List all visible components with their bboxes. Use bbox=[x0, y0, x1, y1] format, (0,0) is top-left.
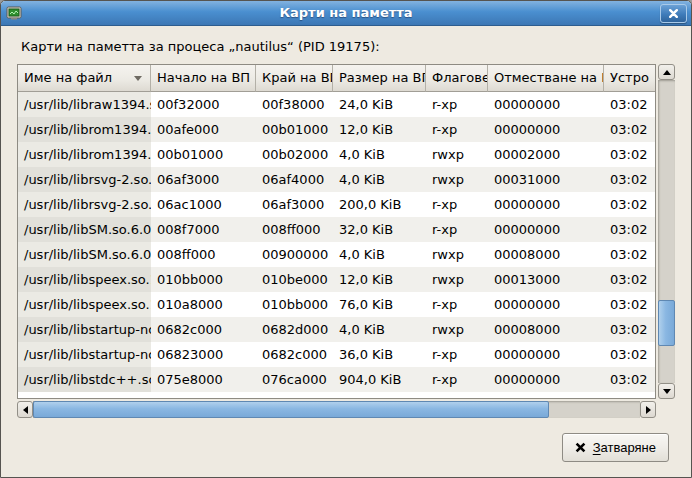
table-row[interactable]: /usr/lib/libstdc++.so.075e8000076ca00090… bbox=[18, 367, 655, 392]
table-cell: 00008000 bbox=[488, 242, 604, 267]
table-row[interactable]: /usr/lib/librom1394.so00b0100000b020004,… bbox=[18, 142, 655, 167]
dialog-content: Карти на паметта за процеса „nautilus“ (… bbox=[1, 39, 691, 462]
column-header-flags[interactable]: Флагове bbox=[426, 65, 488, 92]
table-cell: 03:02 bbox=[604, 367, 655, 392]
vertical-scroll-track[interactable] bbox=[658, 80, 675, 383]
column-header-filename[interactable]: Име на файл bbox=[18, 65, 151, 92]
table-cell: 06ac1000 bbox=[151, 192, 256, 217]
table-cell: 4,0 KiB bbox=[333, 142, 426, 167]
table-cell: 03:02 bbox=[604, 242, 655, 267]
table-cell: 0682c000 bbox=[256, 342, 333, 367]
scroll-left-button[interactable] bbox=[17, 401, 33, 418]
table-cell: rwxp bbox=[426, 267, 488, 292]
table-cell: 12,0 KiB bbox=[333, 117, 426, 142]
table-row[interactable]: /usr/lib/libstartup-not0682c0000682d0004… bbox=[18, 317, 655, 342]
table-cell: 075e8000 bbox=[151, 367, 256, 392]
table-cell: 010a8000 bbox=[151, 292, 256, 317]
table-cell: 00f32000 bbox=[151, 92, 256, 117]
table-cell: 4,0 KiB bbox=[333, 167, 426, 192]
column-header-vm-start[interactable]: Начало на ВП bbox=[151, 65, 256, 92]
table-cell: 00afe000 bbox=[151, 117, 256, 142]
scrollbar-corner bbox=[658, 401, 675, 418]
table-cell: 4,0 KiB bbox=[333, 317, 426, 342]
table-row[interactable]: /usr/lib/libspeex.so.1010a8000010bb00076… bbox=[18, 292, 655, 317]
table-row[interactable]: /usr/lib/libstartup-not068230000682c0003… bbox=[18, 342, 655, 367]
table-cell: r-xp bbox=[426, 92, 488, 117]
arrow-up-icon bbox=[663, 70, 671, 75]
horizontal-scroll-thumb[interactable] bbox=[33, 401, 549, 418]
table-cell: 03:02 bbox=[604, 317, 655, 342]
table-cell: 4,0 KiB bbox=[333, 242, 426, 267]
table-cell: r-xp bbox=[426, 192, 488, 217]
scroll-right-button[interactable] bbox=[640, 401, 656, 418]
table-cell: 00008000 bbox=[488, 317, 604, 342]
table-body: /usr/lib/libraw1394.so00f3200000f3800024… bbox=[18, 92, 655, 392]
table-cell: 24,0 KiB bbox=[333, 92, 426, 117]
table-cell: r-xp bbox=[426, 342, 488, 367]
column-header-device[interactable]: Устро bbox=[604, 65, 655, 92]
table-cell: rwxp bbox=[426, 142, 488, 167]
table-cell: /usr/lib/libstartup-not bbox=[18, 342, 151, 367]
vertical-scrollbar[interactable] bbox=[658, 64, 675, 399]
table-cell: 904,0 KiB bbox=[333, 367, 426, 392]
table-row[interactable]: /usr/lib/librom1394.so00afe00000b0100012… bbox=[18, 117, 655, 142]
table-row[interactable]: /usr/lib/librsvg-2.so.206af300006af40004… bbox=[18, 167, 655, 192]
close-x-icon bbox=[575, 442, 586, 453]
table-cell: 010bb000 bbox=[151, 267, 256, 292]
table-cell: 00000000 bbox=[488, 217, 604, 242]
titlebar[interactable]: Карти на паметта bbox=[1, 1, 691, 26]
table-cell: 76,0 KiB bbox=[333, 292, 426, 317]
table-cell: 00b01000 bbox=[256, 117, 333, 142]
table-row[interactable]: /usr/lib/libraw1394.so00f3200000f3800024… bbox=[18, 92, 655, 117]
vertical-scroll-thumb[interactable] bbox=[658, 300, 675, 346]
table-cell: /usr/lib/libstdc++.so. bbox=[18, 367, 151, 392]
arrow-left-icon bbox=[23, 406, 28, 414]
process-label: Карти на паметта за процеса „nautilus“ (… bbox=[21, 39, 675, 55]
table-cell: 0682d000 bbox=[256, 317, 333, 342]
table-cell: r-xp bbox=[426, 217, 488, 242]
table-cell: 010be000 bbox=[256, 267, 333, 292]
table-cell: rwxp bbox=[426, 317, 488, 342]
table-row[interactable]: /usr/lib/libspeex.so.1010bb000010be00012… bbox=[18, 267, 655, 292]
arrow-down-icon bbox=[663, 389, 671, 394]
column-header-vm-offset[interactable]: Отместване на ВП bbox=[488, 65, 604, 92]
table-cell: /usr/lib/libraw1394.so bbox=[18, 92, 151, 117]
table-cell: 00000000 bbox=[488, 367, 604, 392]
table-cell: 36,0 KiB bbox=[333, 342, 426, 367]
table-row[interactable]: /usr/lib/librsvg-2.so.206ac100006af30002… bbox=[18, 192, 655, 217]
table-cell: 0682c000 bbox=[151, 317, 256, 342]
table-cell: 00000000 bbox=[488, 92, 604, 117]
table-cell: 00f38000 bbox=[256, 92, 333, 117]
horizontal-scrollbar[interactable] bbox=[17, 401, 656, 418]
table-cell: 12,0 KiB bbox=[333, 267, 426, 292]
table-cell: 06823000 bbox=[151, 342, 256, 367]
table-cell: rwxp bbox=[426, 167, 488, 192]
table-cell: 00000000 bbox=[488, 292, 604, 317]
scroll-down-button[interactable] bbox=[658, 383, 675, 399]
table-cell: 200,0 KiB bbox=[333, 192, 426, 217]
table-row[interactable]: /usr/lib/libSM.so.6.0.0008f7000008ff0003… bbox=[18, 217, 655, 242]
table-cell: 00002000 bbox=[488, 142, 604, 167]
table-cell: 00000000 bbox=[488, 192, 604, 217]
column-header-vm-size[interactable]: Размер на ВП bbox=[333, 65, 426, 92]
table-cell: 03:02 bbox=[604, 167, 655, 192]
window-close-button[interactable] bbox=[660, 4, 687, 23]
table-cell: 03:02 bbox=[604, 342, 655, 367]
table-row[interactable]: /usr/lib/libSM.so.6.0.0008ff000009000004… bbox=[18, 242, 655, 267]
action-area: Затваряне bbox=[17, 433, 675, 462]
table-cell: 06af3000 bbox=[151, 167, 256, 192]
table-cell: 076ca000 bbox=[256, 367, 333, 392]
table-cell: 008f7000 bbox=[151, 217, 256, 242]
table-cell: 03:02 bbox=[604, 92, 655, 117]
table-cell: 03:02 bbox=[604, 267, 655, 292]
table-cell: r-xp bbox=[426, 117, 488, 142]
horizontal-scroll-track[interactable] bbox=[33, 401, 640, 418]
table-cell: /usr/lib/librsvg-2.so.2 bbox=[18, 192, 151, 217]
column-header-vm-end[interactable]: Край на ВП bbox=[256, 65, 333, 92]
table-cell: 03:02 bbox=[604, 217, 655, 242]
table-cell: 010bb000 bbox=[256, 292, 333, 317]
table-cell: /usr/lib/libstartup-not bbox=[18, 317, 151, 342]
close-dialog-button[interactable]: Затваряне bbox=[562, 433, 669, 462]
scroll-up-button[interactable] bbox=[658, 64, 675, 80]
table-cell: 03:02 bbox=[604, 292, 655, 317]
